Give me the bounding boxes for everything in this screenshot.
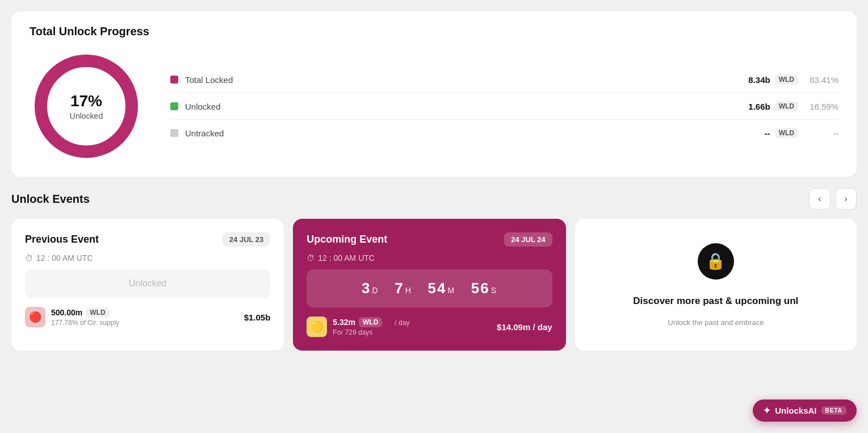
seconds-unit: S: [491, 286, 497, 295]
previous-event-card: Previous Event 24 JUL 23 ⏱ 12 : 00 AM UT…: [11, 219, 284, 351]
prev-event-time: ⏱ 12 : 00 AM UTC: [25, 253, 270, 263]
prev-card-header: Previous Event 24 JUL 23: [25, 232, 270, 247]
legend-label-untracked: Untracked: [185, 128, 765, 138]
prev-token-left: 🔴 500.00m WLD 177.78% of Cir. supply: [25, 307, 119, 327]
countdown-days: 3: [362, 280, 371, 297]
legend-table: Total Locked 8.34b WLD 83.41% Unlocked 1…: [170, 66, 838, 146]
legend-label-unlocked: Unlocked: [185, 102, 748, 111]
clock-icon-upcoming: ⏱: [307, 253, 315, 263]
legend-pct-untracked: --: [807, 128, 838, 138]
donut-pct: 17%: [70, 92, 103, 110]
prev-token-value: $1.05b: [244, 313, 271, 322]
legend-amount-unlocked: 1.66b: [748, 102, 770, 111]
beta-badge: BETA: [821, 406, 846, 415]
progress-body: 17% Unlocked Total Locked 8.34b WLD 83.4…: [30, 49, 838, 163]
legend-amount-untracked: --: [765, 128, 770, 138]
upcoming-time-label: 12 : 00 AM UTC: [318, 253, 375, 263]
upcoming-token-badge: WLD: [359, 317, 382, 327]
upcoming-event-type: Upcoming Event: [307, 234, 387, 245]
legend-label-locked: Total Locked: [185, 75, 748, 85]
discover-title: Discover more past & upcoming unl: [633, 295, 798, 307]
locked-preview-card: 🔒 Discover more past & upcoming unl Unlo…: [575, 219, 857, 351]
upcoming-token-amount: 5.32m: [333, 318, 355, 327]
events-header: Unlock Events ‹ ›: [11, 188, 857, 210]
upcoming-token-left: 🟡 5.32m WLD / day For 729 days: [307, 317, 409, 337]
prev-event-date: 24 JUL 23: [223, 232, 270, 247]
events-section: Unlock Events ‹ › Previous Event 24 JUL …: [11, 188, 857, 351]
prev-token-badge: WLD: [86, 307, 109, 318]
prev-time-label: 12 : 00 AM UTC: [36, 253, 93, 263]
minutes-unit: M: [447, 286, 455, 295]
upcoming-token-icon: 🟡: [307, 317, 327, 337]
legend-pct-locked: 83.41%: [807, 75, 838, 85]
legend-badge-locked: WLD: [775, 74, 798, 85]
legend-dot-locked: [170, 76, 178, 84]
donut-label: 17% Unlocked: [70, 92, 103, 120]
countdown-seconds: 56: [471, 280, 490, 297]
upcoming-event-date: 24 JUL 24: [504, 232, 552, 247]
nav-buttons: ‹ ›: [809, 188, 857, 210]
unlocked-button[interactable]: Unlocked: [25, 269, 270, 298]
progress-card: Total Unlock Progress 17% Unlocked: [11, 11, 857, 177]
prev-event-type: Previous Event: [25, 234, 99, 245]
countdown-box: 3D 7H 54M 56S: [307, 269, 552, 307]
progress-title: Total Unlock Progress: [30, 25, 838, 38]
clock-icon-prev: ⏱: [25, 253, 33, 263]
legend-row-untracked: Untracked -- WLD --: [170, 120, 838, 146]
legend-badge-untracked: WLD: [775, 128, 798, 138]
legend-badge-unlocked: WLD: [775, 101, 798, 111]
prev-token-amount-row: 500.00m WLD: [51, 307, 119, 318]
upcoming-event-time: ⏱ 12 : 00 AM UTC: [307, 253, 552, 263]
legend-dot-untracked: [170, 129, 178, 137]
ai-badge-label: UnlocksAI: [775, 406, 816, 415]
hours-unit: H: [405, 286, 412, 295]
page-wrapper: Total Unlock Progress 17% Unlocked: [0, 0, 868, 362]
events-row: Previous Event 24 JUL 23 ⏱ 12 : 00 AM UT…: [11, 219, 857, 351]
upcoming-token-amount-row: 5.32m WLD / day: [333, 317, 409, 327]
prev-token-icon: 🔴: [25, 307, 45, 327]
events-title: Unlock Events: [11, 193, 90, 206]
legend-row-unlocked: Unlocked 1.66b WLD 16.59%: [170, 93, 838, 120]
discover-sub: Unlock the past and embrace: [668, 318, 764, 327]
prev-token-details: 500.00m WLD 177.78% of Cir. supply: [51, 307, 119, 327]
donut-chart: 17% Unlocked: [30, 49, 143, 163]
donut-sub: Unlocked: [70, 111, 103, 120]
sparkle-icon: ✦: [763, 405, 770, 416]
nav-next-button[interactable]: ›: [835, 188, 857, 210]
nav-prev-button[interactable]: ‹: [809, 188, 831, 210]
upcoming-per-day: / day: [395, 319, 409, 327]
upcoming-token-details: 5.32m WLD / day For 729 days: [333, 317, 409, 336]
upcoming-token-value: $14.09m / day: [497, 322, 552, 332]
countdown-minutes: 54: [427, 280, 446, 297]
prev-token-sub: 177.78% of Cir. supply: [51, 319, 119, 327]
legend-dot-unlocked: [170, 102, 178, 110]
unlocks-ai-badge[interactable]: ✦ UnlocksAI BETA: [753, 399, 857, 422]
prev-token-info: 🔴 500.00m WLD 177.78% of Cir. supply $1.…: [25, 307, 270, 327]
upcoming-token-info: 🟡 5.32m WLD / day For 729 days $14.09m /…: [307, 317, 552, 337]
upcoming-card-header: Upcoming Event 24 JUL 24: [307, 232, 552, 247]
countdown-hours: 7: [395, 280, 404, 297]
prev-token-amount: 500.00m: [51, 308, 82, 317]
legend-amount-locked: 8.34b: [748, 75, 770, 85]
days-unit: D: [372, 286, 379, 295]
upcoming-event-card: Upcoming Event 24 JUL 24 ⏱ 12 : 00 AM UT…: [293, 219, 565, 351]
legend-pct-unlocked: 16.59%: [807, 102, 838, 111]
legend-row-locked: Total Locked 8.34b WLD 83.41%: [170, 66, 838, 93]
upcoming-token-sub: For 729 days: [333, 328, 409, 336]
lock-icon-circle: 🔒: [698, 243, 734, 280]
